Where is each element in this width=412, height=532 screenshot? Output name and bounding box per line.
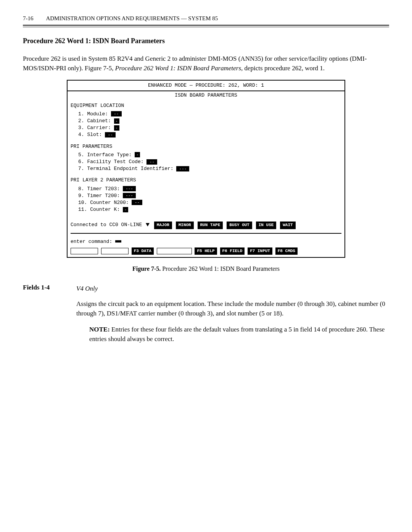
note-text: Entries for these four fields are the de… [89,326,385,343]
terminal-subtitle: ISDN BOARD PARAMETERS [68,91,344,100]
terminal-mode-line: ENHANCED MODE — PROCEDURE: 262, WORD: 1 [68,81,344,91]
field-11-value: - [123,207,128,212]
fields-paragraph: Assigns the circuit pack to an equipment… [76,299,389,319]
fkey-f4-empty [157,248,192,254]
field-7: 7. Terminal Endpoint Identifier: --- [78,165,341,172]
field-9-value: --- [123,193,136,198]
field-4-value: -- [105,132,116,137]
field-8-label: 8. Timer T203: [78,186,120,192]
page-number: 7-16 [23,15,34,22]
fields-body: V4 Only Assigns the circuit pack to an e… [76,284,389,344]
field-5-value: - [135,152,140,157]
intro-text-2: depicts procedure 262, word 1. [243,65,325,72]
note-block: NOTE: Entries for these four fields are … [89,325,389,344]
field-3: 3. Carrier: - [78,125,341,131]
pri-heading: PRI PARAMETERS [68,142,344,150]
section-title: Procedure 262 Word 1: ISDN Board Paramet… [23,37,389,45]
fields-label: Fields 1-4 [23,284,61,344]
fkey-f7: F7 INPUT [248,247,272,255]
layer2-fields: 8. Timer T203: --- 9. Timer T200: --- 10… [68,184,344,217]
field-7-label: 7. Terminal Endpoint Identifier: [78,166,174,171]
figure-caption: Figure 7-5. Procedure 262 Word 1: ISDN B… [23,265,389,272]
fkey-f1-empty [71,248,98,254]
layer2-heading: PRI LAYER 2 PARAMETERS [68,175,344,184]
status-in-use: IN USE [256,222,277,229]
intro-italic: Procedure 262 Word 1: ISDN Board Paramet… [115,65,243,72]
figure-title: Procedure 262 Word 1: ISDN Board Paramet… [161,265,280,272]
field-5: 5. Interface Type: - [78,152,341,158]
field-4-label: 4. Slot: [78,132,102,137]
fkey-f6: F6 FIELD [220,247,245,255]
field-9: 9. Timer T200: --- [78,192,341,199]
field-definition: Fields 1-4 V4 Only Assigns the circuit p… [23,284,389,344]
note-label: NOTE: [89,326,110,333]
field-2: 2. Cabinet: - [78,118,341,125]
triangle-icon [146,223,150,226]
field-8: 8. Timer T203: --- [78,186,341,192]
field-11: 11. Counter K: - [78,206,341,213]
field-8-value: --- [123,186,136,191]
field-1-value: -- [111,111,122,116]
header-rule [23,25,389,27]
status-run-tape: RUN TAPE [198,222,223,229]
figure-number: Figure 7-5. [132,265,161,272]
page-header: 7-16 ADMINISTRATION OPTIONS AND REQUIREM… [23,15,389,24]
intro-paragraph: Procedure 262 is used in System 85 R2V4 … [23,54,389,73]
connection-text: Connected to CC0 ON-LINE [71,222,145,228]
field-4: 4. Slot: -- [78,131,341,138]
terminal-screen: ENHANCED MODE — PROCEDURE: 262, WORD: 1 … [67,80,345,258]
field-1: 1. Module: -- [78,111,341,118]
field-6: 6. Facility Test Code: -- [78,158,341,165]
fkey-f8: F8 CMDS [275,247,298,255]
field-9-label: 9. Timer T200: [78,193,120,199]
fkey-f2-empty [101,248,129,254]
fields-v4only: V4 Only [76,284,389,294]
fkey-f3: F3 DATA [132,247,154,255]
equip-heading: EQUIPMENT LOCATION [68,101,344,109]
field-1-label: 1. Module: [78,111,108,117]
command-row: enter command: [68,238,344,247]
field-10-label: 10. Counter N200: [78,200,129,205]
field-7-value: --- [176,166,189,171]
field-10: 10. Counter N200: -- [78,199,341,206]
command-label: enter command: [71,239,115,244]
status-wait: WAIT [280,222,295,229]
status-line: Connected to CC0 ON-LINE MAJOR MINOR RUN… [68,219,344,230]
cursor-icon [115,240,121,243]
fkey-f5: F5 HELP [195,247,217,255]
field-6-value: -- [146,159,157,165]
status-busy-out: BUSY OUT [227,222,252,229]
field-2-value: - [114,118,119,124]
divider-bar [71,233,341,234]
field-2-label: 2. Cabinet: [78,118,111,124]
field-10-value: -- [132,200,142,205]
field-5-label: 5. Interface Type: [78,152,132,158]
field-3-label: 3. Carrier: [78,125,111,131]
field-6-label: 6. Facility Test Code: [78,159,144,165]
field-3-value: - [114,125,119,131]
page-title: ADMINISTRATION OPTIONS AND REQUIREMENTS … [46,15,218,21]
status-minor: MINOR [176,222,194,229]
fkey-row: F3 DATA F5 HELP F6 FIELD F7 INPUT F8 CMD… [68,247,344,257]
field-11-label: 11. Counter K: [78,207,120,212]
equip-fields: 1. Module: -- 2. Cabinet: - 3. Carrier: … [68,109,344,142]
pri-fields: 5. Interface Type: - 6. Facility Test Co… [68,150,344,176]
status-major: MAJOR [154,222,172,229]
